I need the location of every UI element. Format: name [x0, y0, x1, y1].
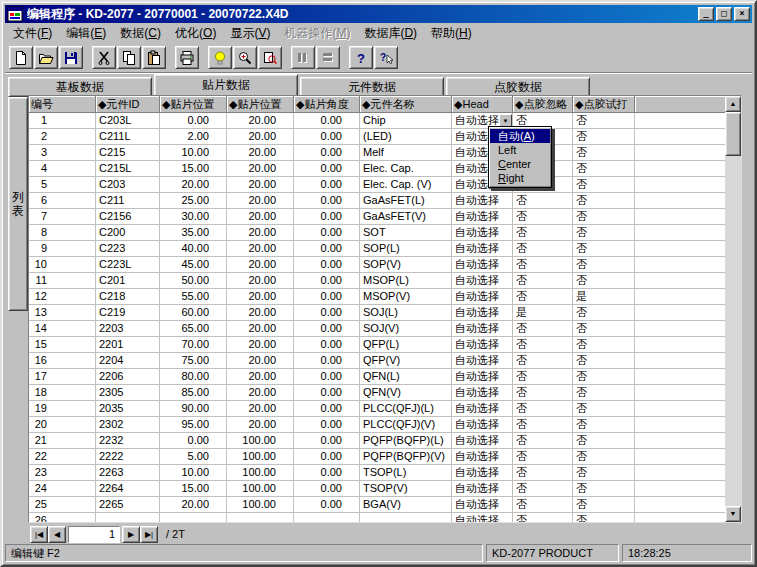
cell[interactable]: 2264 [96, 481, 160, 497]
cell[interactable]: 自动选择 [452, 305, 513, 321]
cell[interactable]: 2265 [96, 497, 160, 513]
cell[interactable]: 50.00 [160, 273, 227, 289]
cell[interactable]: 24 [29, 481, 96, 497]
column-header-1[interactable]: ◆元件ID [96, 96, 160, 113]
help-button[interactable]: ? [349, 46, 373, 69]
cell[interactable]: 否 [573, 385, 635, 401]
cell[interactable] [160, 513, 227, 523]
cell[interactable]: C211 [96, 193, 160, 209]
cell[interactable]: 否 [573, 497, 635, 513]
first-record-button[interactable]: |◀ [30, 526, 48, 543]
cell[interactable]: 20.00 [227, 417, 294, 433]
cell[interactable]: 0.00 [294, 369, 360, 385]
cell[interactable]: 是 [513, 305, 573, 321]
cell[interactable]: 21 [29, 433, 96, 449]
cell[interactable]: 10 [29, 257, 96, 273]
scroll-down-icon[interactable]: ▼ [725, 506, 741, 522]
cell[interactable]: 20.00 [227, 113, 294, 129]
cell[interactable]: 11 [29, 273, 96, 289]
cell[interactable]: 否 [513, 193, 573, 209]
cell[interactable]: 18 [29, 385, 96, 401]
cell[interactable]: 19 [29, 401, 96, 417]
cell[interactable]: 20.00 [160, 497, 227, 513]
cell[interactable]: 20.00 [227, 225, 294, 241]
cell[interactable]: 0.00 [294, 273, 360, 289]
previous-record-button[interactable]: ◀ [48, 526, 66, 543]
cell[interactable]: 17 [29, 369, 96, 385]
cell[interactable]: 否 [573, 321, 635, 337]
cell[interactable]: 否 [573, 209, 635, 225]
cell[interactable]: Elec. Cap. (V) [360, 177, 452, 193]
cell[interactable]: 否 [573, 273, 635, 289]
open-button[interactable] [34, 46, 58, 69]
record-number-input[interactable] [68, 526, 120, 543]
cell[interactable]: 否 [573, 129, 635, 145]
cell[interactable]: 100.00 [227, 433, 294, 449]
cell[interactable]: 23 [29, 465, 96, 481]
cell[interactable]: 自动选择 [452, 401, 513, 417]
cell[interactable]: 85.00 [160, 385, 227, 401]
cell[interactable]: SOP(V) [360, 257, 452, 273]
cell[interactable]: 2206 [96, 369, 160, 385]
cell[interactable]: 20.00 [227, 305, 294, 321]
cell[interactable]: 0.00 [294, 113, 360, 129]
column-header-3[interactable]: ◆贴片位置 [227, 96, 294, 113]
cell[interactable]: C200 [96, 225, 160, 241]
cell[interactable]: 自动选择 [452, 369, 513, 385]
cell[interactable]: 0.00 [294, 497, 360, 513]
cell[interactable]: 26 [29, 513, 96, 523]
cell[interactable]: 否 [513, 241, 573, 257]
cell[interactable]: 13 [29, 305, 96, 321]
cell[interactable]: 16 [29, 353, 96, 369]
cell[interactable]: 100.00 [227, 481, 294, 497]
cell[interactable]: 4 [29, 161, 96, 177]
cell[interactable]: MSOP(L) [360, 273, 452, 289]
cell[interactable]: 20.00 [227, 161, 294, 177]
context-menu-item-left[interactable]: Left [490, 143, 550, 157]
cell[interactable]: C223 [96, 241, 160, 257]
cell[interactable]: 20.00 [227, 129, 294, 145]
cell[interactable]: 25.00 [160, 193, 227, 209]
cell[interactable] [96, 513, 160, 523]
cell[interactable]: 20 [29, 417, 96, 433]
cell[interactable]: 否 [573, 145, 635, 161]
cell[interactable]: 0.00 [160, 433, 227, 449]
menu-item-edit[interactable]: 编辑(E) [59, 23, 113, 44]
cell[interactable]: PQFP(BQFP)(L) [360, 433, 452, 449]
cell[interactable]: 2222 [96, 449, 160, 465]
cell[interactable]: 否 [513, 209, 573, 225]
cell[interactable]: 0.00 [294, 337, 360, 353]
cell[interactable]: 0.00 [294, 241, 360, 257]
print-button[interactable] [175, 46, 199, 69]
menu-item-view[interactable]: 显示(V) [223, 23, 277, 44]
cell[interactable]: 0.00 [294, 449, 360, 465]
cell[interactable]: 20.00 [227, 289, 294, 305]
context-help-button[interactable]: ? [374, 46, 398, 69]
cell[interactable]: 否 [573, 225, 635, 241]
cell[interactable]: 否 [513, 417, 573, 433]
cell[interactable]: 否 [573, 433, 635, 449]
cell[interactable]: 100.00 [227, 449, 294, 465]
cell[interactable]: PLCC(QFJ)(V) [360, 417, 452, 433]
cell[interactable]: 20.00 [227, 257, 294, 273]
cell[interactable]: 否 [573, 401, 635, 417]
cell[interactable]: QFP(L) [360, 337, 452, 353]
cell[interactable]: 否 [573, 481, 635, 497]
cell[interactable]: C223L [96, 257, 160, 273]
cell[interactable]: 2232 [96, 433, 160, 449]
cell[interactable]: 20.00 [227, 385, 294, 401]
cell[interactable]: 2.00 [160, 129, 227, 145]
menu-item-file[interactable]: 文件(F) [6, 23, 59, 44]
cell[interactable]: 0.00 [294, 401, 360, 417]
cell[interactable]: 否 [513, 433, 573, 449]
cell[interactable]: 自动选择 [452, 497, 513, 513]
cell[interactable]: 否 [573, 241, 635, 257]
cell[interactable]: 否 [573, 417, 635, 433]
cell[interactable]: 自动选择 [452, 193, 513, 209]
cell[interactable]: 否 [573, 113, 635, 129]
cell[interactable]: 自动选择 [452, 481, 513, 497]
cell[interactable]: 100.00 [227, 497, 294, 513]
cell[interactable]: 5.00 [160, 449, 227, 465]
cell[interactable]: 自动选择 [452, 321, 513, 337]
cell[interactable]: (LED) [360, 129, 452, 145]
